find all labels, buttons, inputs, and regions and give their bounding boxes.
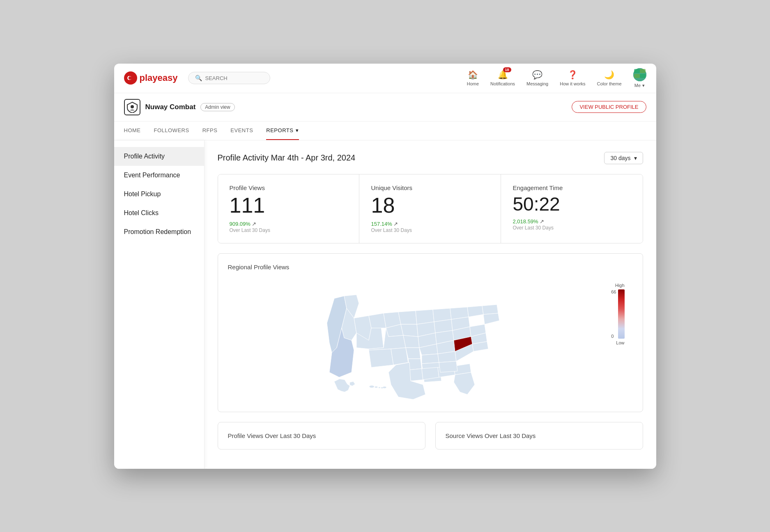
- tab-events[interactable]: EVENTS: [230, 122, 253, 140]
- state-new-mexico-colorado: [391, 348, 408, 365]
- bell-icon: 🔔 18: [498, 70, 508, 80]
- content-area: Profile Activity Mar 4th - Apr 3rd, 2024…: [205, 140, 656, 469]
- main-content: Profile Activity Event Performance Hotel…: [114, 140, 656, 469]
- stat-change: 2,018.59% ↗ Over Last 30 Days: [513, 218, 631, 231]
- state-arizona-nevada: [369, 349, 393, 367]
- org-logo: [124, 99, 140, 115]
- chevron-down-icon: ▾: [296, 127, 299, 133]
- state-oklahoma: [408, 359, 422, 370]
- svg-rect-5: [634, 74, 640, 78]
- map-container: High 66 0 Low: [228, 279, 633, 402]
- content-header: Profile Activity Mar 4th - Apr 3rd, 2024…: [218, 152, 643, 164]
- org-name: Nuway Combat: [145, 103, 196, 111]
- tab-rfps[interactable]: RFPS: [202, 122, 218, 140]
- profile-views-chart-title: Profile Views Over Last 30 Days: [228, 432, 415, 439]
- svg-rect-6: [640, 74, 646, 78]
- state-montana: [369, 313, 386, 328]
- sidebar: Profile Activity Event Performance Hotel…: [114, 140, 205, 469]
- profile-bar: Nuway Combat Admin view VIEW PUBLIC PROF…: [114, 93, 656, 122]
- tab-home[interactable]: HOME: [124, 122, 141, 140]
- message-icon: 💬: [532, 70, 542, 80]
- search-box[interactable]: 🔍: [188, 72, 270, 84]
- stat-profile-views: Profile Views 111 909.09% ↗ Over Last 30…: [218, 174, 359, 243]
- alaska-inset: [334, 379, 355, 392]
- stat-value: 18: [371, 195, 489, 216]
- stat-change: 909.09% ↗ Over Last 30 Days: [230, 221, 347, 233]
- svg-point-12: [383, 386, 386, 388]
- usa-map: [311, 279, 549, 402]
- state-kansas: [406, 348, 421, 359]
- question-icon: ❓: [568, 70, 578, 80]
- moon-icon: 🌙: [604, 70, 614, 80]
- svg-point-8: [369, 385, 374, 388]
- top-nav: playeasy 🔍 🏠 Home 🔔 18 Notifications 💬: [114, 64, 656, 93]
- stat-value: 50:22: [513, 195, 631, 213]
- page-title: Profile Activity Mar 4th - Apr 3rd, 2024: [218, 153, 356, 163]
- map-legend: High 66 0 Low: [611, 283, 624, 345]
- legend-color-bar: [618, 289, 625, 339]
- nav-home[interactable]: 🏠 Home: [467, 70, 479, 86]
- state-new-york: [467, 306, 483, 317]
- logo-area: playeasy: [124, 71, 182, 85]
- nav-messaging[interactable]: 💬 Messaging: [526, 70, 548, 86]
- admin-badge: Admin view: [200, 103, 234, 111]
- tab-followers[interactable]: FOLLOWERS: [154, 122, 189, 140]
- sub-nav: HOME FOLLOWERS RFPS EVENTS REPORTS ▾: [114, 122, 656, 140]
- svg-rect-4: [640, 69, 646, 73]
- logo-icon: [124, 71, 137, 85]
- tab-reports[interactable]: REPORTS ▾: [266, 122, 299, 140]
- svg-point-9: [375, 386, 377, 388]
- state-nebraska: [403, 335, 419, 348]
- avatar: [633, 68, 646, 81]
- state-connecticut-rhode: [483, 313, 499, 324]
- state-florida: [454, 372, 475, 394]
- nav-notifications[interactable]: 🔔 18 Notifications: [490, 70, 515, 86]
- sidebar-item-profile-activity[interactable]: Profile Activity: [114, 147, 204, 166]
- nav-me[interactable]: Me ▾: [633, 68, 646, 88]
- map-title: Regional Profile Views: [228, 264, 633, 271]
- stat-label: Engagement Time: [513, 184, 631, 191]
- stat-engagement-time: Engagement Time 50:22 2,018.59% ↗ Over L…: [501, 174, 643, 243]
- search-input[interactable]: [205, 75, 263, 81]
- source-views-chart-card: Source Views Over Last 30 Days: [435, 422, 643, 449]
- chevron-down-icon: ▾: [634, 155, 637, 161]
- sidebar-item-event-performance[interactable]: Event Performance: [114, 166, 204, 185]
- chevron-down-icon: ▾: [642, 83, 645, 88]
- state-new-england: [482, 305, 498, 314]
- logo-text: playeasy: [140, 73, 178, 83]
- home-icon: 🏠: [468, 70, 478, 80]
- profile-views-chart-card: Profile Views Over Last 30 Days: [218, 422, 425, 449]
- stat-label: Unique Visitors: [371, 184, 489, 191]
- search-icon: 🔍: [195, 75, 202, 81]
- sidebar-item-hotel-clicks[interactable]: Hotel Clicks: [114, 204, 204, 222]
- stat-change: 157.14% ↗ Over Last 30 Days: [371, 221, 489, 233]
- svg-point-7: [131, 105, 134, 108]
- svg-point-10: [378, 387, 380, 388]
- stat-label: Profile Views: [230, 184, 347, 191]
- nav-icons: 🏠 Home 🔔 18 Notifications 💬 Messaging ❓ …: [467, 68, 646, 88]
- svg-rect-3: [634, 69, 640, 73]
- stats-row: Profile Views 111 909.09% ↗ Over Last 30…: [218, 174, 643, 243]
- source-views-chart-title: Source Views Over Last 30 Days: [446, 432, 633, 439]
- state-texas-top: [409, 369, 423, 381]
- nav-how-it-works[interactable]: ❓ How it works: [560, 70, 585, 86]
- state-georgia-alabama-top: [439, 361, 457, 372]
- browser-window: playeasy 🔍 🏠 Home 🔔 18 Notifications 💬: [114, 64, 656, 469]
- bottom-row: Profile Views Over Last 30 Days Source V…: [218, 422, 643, 449]
- stat-value: 111: [230, 195, 347, 216]
- sidebar-item-promotion-redemption[interactable]: Promotion Redemption: [114, 222, 204, 241]
- map-section: Regional Profile Views: [218, 253, 643, 412]
- state-arkansas: [422, 354, 439, 364]
- state-north-dakota: [398, 311, 417, 324]
- state-south-dakota: [401, 324, 418, 337]
- view-public-profile-button[interactable]: VIEW PUBLIC PROFILE: [572, 101, 646, 113]
- days-dropdown[interactable]: 30 days ▾: [604, 152, 643, 164]
- sidebar-item-hotel-pickup[interactable]: Hotel Pickup: [114, 185, 204, 204]
- nav-color-theme[interactable]: 🌙 Color theme: [597, 70, 622, 86]
- hawaii-inset: [369, 385, 386, 388]
- stat-unique-visitors: Unique Visitors 18 157.14% ↗ Over Last 3…: [360, 174, 501, 243]
